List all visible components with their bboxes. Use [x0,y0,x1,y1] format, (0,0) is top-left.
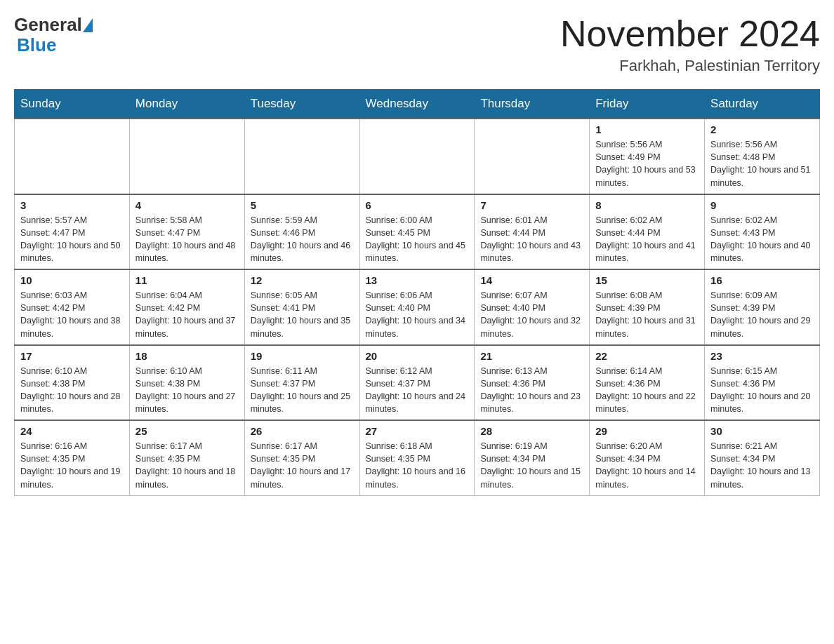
calendar-cell: 13Sunrise: 6:06 AM Sunset: 4:40 PM Dayli… [359,269,475,345]
day-info: Sunrise: 6:02 AM Sunset: 4:43 PM Dayligh… [710,214,814,265]
day-info: Sunrise: 6:10 AM Sunset: 4:38 PM Dayligh… [20,365,124,416]
day-number: 23 [710,350,814,362]
day-number: 15 [595,274,699,286]
calendar-cell: 28Sunrise: 6:19 AM Sunset: 4:34 PM Dayli… [475,420,590,495]
day-number: 26 [251,425,354,437]
day-number: 7 [480,199,583,211]
calendar-cell: 7Sunrise: 6:01 AM Sunset: 4:44 PM Daylig… [475,194,590,270]
calendar-cell: 17Sunrise: 6:10 AM Sunset: 4:38 PM Dayli… [15,345,130,421]
day-number: 29 [595,425,699,437]
calendar-cell: 29Sunrise: 6:20 AM Sunset: 4:34 PM Dayli… [590,420,705,495]
day-info: Sunrise: 6:18 AM Sunset: 4:35 PM Dayligh… [366,440,469,491]
logo-general-text: General [14,14,82,36]
day-info: Sunrise: 6:11 AM Sunset: 4:37 PM Dayligh… [251,365,354,416]
calendar-cell [359,119,475,194]
week-row-4: 17Sunrise: 6:10 AM Sunset: 4:38 PM Dayli… [15,345,820,421]
day-info: Sunrise: 6:15 AM Sunset: 4:36 PM Dayligh… [710,365,814,416]
logo-blue-text: Blue [14,34,56,56]
calendar-cell: 20Sunrise: 6:12 AM Sunset: 4:37 PM Dayli… [359,345,475,421]
logo: General Blue [14,14,93,56]
calendar-cell [475,119,590,194]
week-row-3: 10Sunrise: 6:03 AM Sunset: 4:42 PM Dayli… [15,269,820,345]
calendar-header-saturday: Saturday [705,90,820,119]
day-number: 1 [595,123,699,135]
day-info: Sunrise: 6:03 AM Sunset: 4:42 PM Dayligh… [20,289,124,340]
calendar-cell: 8Sunrise: 6:02 AM Sunset: 4:44 PM Daylig… [590,194,705,270]
calendar-header-row: SundayMondayTuesdayWednesdayThursdayFrid… [15,90,820,119]
day-info: Sunrise: 5:56 AM Sunset: 4:48 PM Dayligh… [710,138,814,189]
calendar-header-monday: Monday [129,90,244,119]
day-info: Sunrise: 6:05 AM Sunset: 4:41 PM Dayligh… [251,289,354,340]
day-info: Sunrise: 6:16 AM Sunset: 4:35 PM Dayligh… [20,440,124,491]
calendar-header-sunday: Sunday [15,90,130,119]
day-number: 12 [251,274,354,286]
calendar-cell [15,119,130,194]
day-info: Sunrise: 6:00 AM Sunset: 4:45 PM Dayligh… [366,214,469,265]
day-info: Sunrise: 6:19 AM Sunset: 4:34 PM Dayligh… [480,440,583,491]
day-number: 10 [20,274,124,286]
day-number: 22 [595,350,699,362]
calendar-cell: 21Sunrise: 6:13 AM Sunset: 4:36 PM Dayli… [475,345,590,421]
day-info: Sunrise: 5:59 AM Sunset: 4:46 PM Dayligh… [251,214,354,265]
calendar-cell: 15Sunrise: 6:08 AM Sunset: 4:39 PM Dayli… [590,269,705,345]
calendar-cell: 4Sunrise: 5:58 AM Sunset: 4:47 PM Daylig… [129,194,244,270]
calendar-cell: 3Sunrise: 5:57 AM Sunset: 4:47 PM Daylig… [15,194,130,270]
day-number: 2 [710,123,814,135]
day-info: Sunrise: 6:01 AM Sunset: 4:44 PM Dayligh… [480,214,583,265]
calendar-cell: 24Sunrise: 6:16 AM Sunset: 4:35 PM Dayli… [15,420,130,495]
calendar-header-tuesday: Tuesday [244,90,359,119]
day-number: 24 [20,425,124,437]
day-number: 16 [710,274,814,286]
calendar-cell: 6Sunrise: 6:00 AM Sunset: 4:45 PM Daylig… [359,194,475,270]
calendar-cell: 5Sunrise: 5:59 AM Sunset: 4:46 PM Daylig… [244,194,359,270]
day-info: Sunrise: 6:13 AM Sunset: 4:36 PM Dayligh… [480,365,583,416]
day-number: 14 [480,274,583,286]
calendar-cell: 1Sunrise: 5:56 AM Sunset: 4:49 PM Daylig… [590,119,705,194]
day-info: Sunrise: 6:06 AM Sunset: 4:40 PM Dayligh… [366,289,469,340]
day-number: 6 [366,199,469,211]
calendar-table: SundayMondayTuesdayWednesdayThursdayFrid… [14,89,820,496]
day-number: 9 [710,199,814,211]
calendar-cell: 18Sunrise: 6:10 AM Sunset: 4:38 PM Dayli… [129,345,244,421]
week-row-1: 1Sunrise: 5:56 AM Sunset: 4:49 PM Daylig… [15,119,820,194]
day-number: 11 [135,274,239,286]
calendar-cell [129,119,244,194]
month-title: November 2024 [560,14,820,54]
calendar-cell: 14Sunrise: 6:07 AM Sunset: 4:40 PM Dayli… [475,269,590,345]
title-area: November 2024 Farkhah, Palestinian Terri… [560,14,820,75]
day-number: 13 [366,274,469,286]
day-number: 3 [20,199,124,211]
calendar-cell: 16Sunrise: 6:09 AM Sunset: 4:39 PM Dayli… [705,269,820,345]
calendar-cell: 11Sunrise: 6:04 AM Sunset: 4:42 PM Dayli… [129,269,244,345]
day-info: Sunrise: 5:58 AM Sunset: 4:47 PM Dayligh… [135,214,239,265]
day-info: Sunrise: 6:09 AM Sunset: 4:39 PM Dayligh… [710,289,814,340]
day-number: 21 [480,350,583,362]
day-number: 28 [480,425,583,437]
day-info: Sunrise: 6:17 AM Sunset: 4:35 PM Dayligh… [251,440,354,491]
calendar-cell: 10Sunrise: 6:03 AM Sunset: 4:42 PM Dayli… [15,269,130,345]
calendar-cell: 19Sunrise: 6:11 AM Sunset: 4:37 PM Dayli… [244,345,359,421]
calendar-cell: 25Sunrise: 6:17 AM Sunset: 4:35 PM Dayli… [129,420,244,495]
day-number: 30 [710,425,814,437]
calendar-header-friday: Friday [590,90,705,119]
calendar-cell: 30Sunrise: 6:21 AM Sunset: 4:34 PM Dayli… [705,420,820,495]
day-number: 20 [366,350,469,362]
day-number: 27 [366,425,469,437]
calendar-cell: 26Sunrise: 6:17 AM Sunset: 4:35 PM Dayli… [244,420,359,495]
calendar-cell: 27Sunrise: 6:18 AM Sunset: 4:35 PM Dayli… [359,420,475,495]
day-info: Sunrise: 6:02 AM Sunset: 4:44 PM Dayligh… [595,214,699,265]
day-info: Sunrise: 6:08 AM Sunset: 4:39 PM Dayligh… [595,289,699,340]
day-info: Sunrise: 5:56 AM Sunset: 4:49 PM Dayligh… [595,138,699,189]
calendar-cell: 23Sunrise: 6:15 AM Sunset: 4:36 PM Dayli… [705,345,820,421]
calendar-cell: 2Sunrise: 5:56 AM Sunset: 4:48 PM Daylig… [705,119,820,194]
day-info: Sunrise: 6:12 AM Sunset: 4:37 PM Dayligh… [366,365,469,416]
day-number: 19 [251,350,354,362]
week-row-2: 3Sunrise: 5:57 AM Sunset: 4:47 PM Daylig… [15,194,820,270]
logo-triangle-icon [83,18,93,32]
day-number: 5 [251,199,354,211]
day-number: 18 [135,350,239,362]
calendar-header-wednesday: Wednesday [359,90,475,119]
day-info: Sunrise: 5:57 AM Sunset: 4:47 PM Dayligh… [20,214,124,265]
day-info: Sunrise: 6:14 AM Sunset: 4:36 PM Dayligh… [595,365,699,416]
calendar-cell [244,119,359,194]
